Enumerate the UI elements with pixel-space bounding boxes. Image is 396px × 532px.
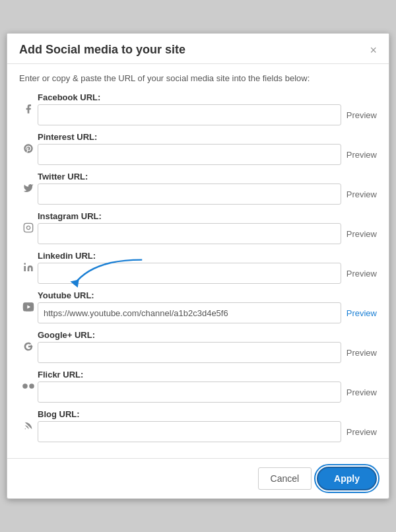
linkedin-icon	[19, 262, 38, 273]
youtube-field-row: Youtube URL: Preview	[19, 290, 377, 323]
cancel-button[interactable]: Cancel	[258, 467, 312, 490]
instagram-label: Instagram URL:	[38, 211, 377, 221]
linkedin-preview-link[interactable]: Preview	[346, 269, 377, 279]
facebook-label: Facebook URL:	[38, 92, 377, 102]
dialog-description: Enter or copy & paste the URL of your so…	[19, 73, 377, 83]
twitter-icon	[19, 183, 38, 193]
linkedin-input[interactable]	[38, 263, 341, 284]
dialog-body: Enter or copy & paste the URL of your so…	[7, 64, 389, 458]
instagram-icon	[19, 222, 38, 233]
instagram-input[interactable]	[38, 223, 341, 244]
svg-point-6	[29, 383, 34, 389]
instagram-input-row: Preview	[38, 223, 377, 244]
pinterest-field-row: Pinterest URL: Preview	[19, 132, 377, 165]
instagram-field-content: Instagram URL: Preview	[38, 211, 377, 244]
instagram-field-row: Instagram URL: Preview	[19, 211, 377, 244]
googleplus-preview-link[interactable]: Preview	[346, 348, 377, 358]
dialog-title: Add Social media to your site	[19, 43, 185, 57]
googleplus-label: Google+ URL:	[38, 330, 377, 340]
youtube-field-content: Youtube URL: Preview	[38, 290, 377, 323]
linkedin-field-content: Linkedin URL: Preview	[38, 251, 377, 284]
svg-point-7	[25, 428, 26, 429]
svg-rect-0	[24, 223, 32, 232]
youtube-input[interactable]	[38, 302, 341, 323]
facebook-input-row: Preview	[38, 104, 377, 125]
flickr-field-row: Flickr URL: Preview	[19, 370, 377, 403]
facebook-field-content: Facebook URL: Preview	[38, 92, 377, 125]
blog-field-row: Blog URL: Preview	[19, 409, 377, 442]
blog-label: Blog URL:	[38, 409, 377, 419]
googleplus-icon	[19, 341, 38, 352]
pinterest-preview-link[interactable]: Preview	[346, 150, 377, 160]
close-icon[interactable]: ×	[370, 44, 377, 56]
pinterest-input[interactable]	[38, 144, 341, 165]
twitter-input[interactable]	[38, 183, 341, 205]
twitter-field-content: Twitter URL: Preview	[38, 172, 377, 205]
dialog-footer: Cancel Apply	[7, 458, 389, 498]
flickr-label: Flickr URL:	[38, 370, 377, 380]
googleplus-field-content: Google+ URL: Preview	[38, 330, 377, 363]
pinterest-label: Pinterest URL:	[38, 132, 377, 142]
twitter-label: Twitter URL:	[38, 172, 377, 182]
twitter-field-row: Twitter URL: Preview	[19, 172, 377, 205]
flickr-field-content: Flickr URL: Preview	[38, 370, 377, 403]
linkedin-field-row: Linkedin URL: Preview	[19, 251, 377, 284]
youtube-preview-link[interactable]: Preview	[346, 308, 377, 318]
flickr-icon	[19, 382, 38, 390]
linkedin-input-row: Preview	[38, 263, 377, 284]
facebook-field-row: Facebook URL: Preview	[19, 92, 377, 125]
instagram-preview-link[interactable]: Preview	[346, 229, 377, 239]
linkedin-label: Linkedin URL:	[38, 251, 377, 261]
flickr-input-row: Preview	[38, 382, 377, 403]
youtube-icon	[19, 302, 38, 312]
svg-point-3	[24, 263, 26, 265]
social-media-dialog: Add Social media to your site × Enter or…	[7, 33, 389, 499]
apply-button[interactable]: Apply	[317, 467, 377, 490]
googleplus-input-row: Preview	[38, 342, 377, 363]
dialog-header: Add Social media to your site ×	[7, 34, 389, 64]
facebook-icon	[19, 104, 38, 114]
pinterest-icon	[19, 143, 38, 154]
pinterest-input-row: Preview	[38, 144, 377, 165]
googleplus-input[interactable]	[38, 342, 341, 363]
pinterest-field-content: Pinterest URL: Preview	[38, 132, 377, 165]
blog-preview-link[interactable]: Preview	[346, 427, 377, 437]
rss-icon	[19, 420, 38, 431]
youtube-input-row: Preview	[38, 302, 377, 323]
twitter-input-row: Preview	[38, 183, 377, 205]
blog-input-row: Preview	[38, 421, 377, 442]
blog-input[interactable]	[38, 421, 341, 442]
facebook-preview-link[interactable]: Preview	[346, 110, 377, 120]
youtube-label: Youtube URL:	[38, 290, 377, 300]
googleplus-field-row: Google+ URL: Preview	[19, 330, 377, 363]
blog-field-content: Blog URL: Preview	[38, 409, 377, 442]
svg-rect-2	[24, 266, 26, 271]
twitter-preview-link[interactable]: Preview	[346, 189, 377, 199]
facebook-input[interactable]	[38, 104, 341, 125]
flickr-input[interactable]	[38, 382, 341, 403]
flickr-preview-link[interactable]: Preview	[346, 387, 377, 397]
svg-point-5	[22, 383, 28, 389]
